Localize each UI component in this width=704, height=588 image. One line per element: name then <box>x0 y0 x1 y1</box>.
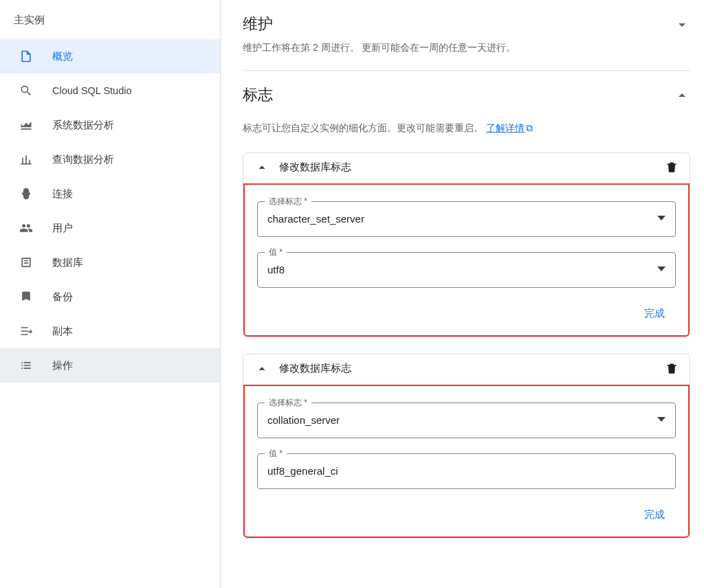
replica-icon <box>19 324 33 338</box>
dropdown-icon <box>657 267 666 273</box>
done-button[interactable]: 完成 <box>639 303 670 324</box>
flag-card-actions: 完成 <box>243 297 690 337</box>
sidebar-item-label: 操作 <box>52 359 73 372</box>
field-label: 选择标志 * <box>265 196 311 207</box>
flag-card-body: 选择标志 *collation_server值 *utf8_general_ci <box>243 383 690 499</box>
sidebar-item-label: 系统数据分析 <box>52 119 114 132</box>
external-link-icon: ⧉ <box>526 122 533 133</box>
value-field[interactable]: 值 *utf8 <box>257 252 676 288</box>
backup-icon <box>19 290 33 304</box>
field-label: 值 * <box>265 247 287 258</box>
chevron-down-icon[interactable] <box>674 16 690 33</box>
field-value: utf8 <box>267 264 657 275</box>
database-icon <box>19 256 33 269</box>
sidebar-item-9[interactable]: 操作 <box>0 348 220 383</box>
maintenance-section: 维护 维护工作将在第 2 周进行。 更新可能会在一周的任意一天进行。 <box>243 0 690 71</box>
sidebar-item-label: Cloud SQL Studio <box>52 85 132 96</box>
field-value: collation_server <box>267 414 657 426</box>
sidebar-item-label: 用户 <box>52 222 73 235</box>
learn-more-link[interactable]: 了解详情 <box>486 122 525 133</box>
flag-card-1: 修改数据库标志选择标志 *collation_server值 *utf8_gen… <box>243 354 690 539</box>
done-button[interactable]: 完成 <box>639 504 670 525</box>
sidebar-item-label: 连接 <box>52 188 73 201</box>
sidebar-item-label: 概览 <box>52 50 73 63</box>
sidebar-item-2[interactable]: 系统数据分析 <box>0 108 220 142</box>
search-icon <box>19 84 33 98</box>
flags-title: 标志 <box>243 84 273 105</box>
file-icon <box>19 49 33 63</box>
list-icon <box>19 359 33 372</box>
value-field[interactable]: 值 *utf8_general_ci <box>257 453 676 489</box>
sidebar-item-5[interactable]: 用户 <box>0 211 220 245</box>
flag-card-head: 修改数据库标志 <box>243 354 690 383</box>
sidebar-item-3[interactable]: 查询数据分析 <box>0 142 220 177</box>
sidebar-item-8[interactable]: 副本 <box>0 314 220 348</box>
trash-icon[interactable] <box>665 362 679 376</box>
sidebar-item-6[interactable]: 数据库 <box>0 245 220 280</box>
field-label: 选择标志 * <box>265 397 311 409</box>
sidebar-item-1[interactable]: Cloud SQL Studio <box>0 74 220 108</box>
flag-card-body: 选择标志 *character_set_server值 *utf8 <box>243 182 690 297</box>
trash-icon[interactable] <box>665 161 679 174</box>
chevron-up-icon[interactable] <box>254 361 270 376</box>
sidebar-item-label: 副本 <box>52 325 73 338</box>
flag-card-title: 修改数据库标志 <box>279 362 655 375</box>
flag-card-head: 修改数据库标志 <box>243 153 690 182</box>
dropdown-icon <box>657 216 666 223</box>
sidebar-item-label: 备份 <box>52 291 73 304</box>
maintenance-title: 维护 <box>243 14 516 34</box>
sidebar-nav: 概览Cloud SQL Studio系统数据分析查询数据分析连接用户数据库备份副… <box>0 39 220 588</box>
select-flag-field[interactable]: 选择标志 *character_set_server <box>257 201 676 237</box>
flags-section: 标志 标志可让您自定义实例的细化方面。更改可能需要重启。 了解详情⧉ 修改数据库… <box>243 71 690 553</box>
sidebar: 主实例 概览Cloud SQL Studio系统数据分析查询数据分析连接用户数据… <box>0 0 221 588</box>
flag-card-title: 修改数据库标志 <box>279 161 655 174</box>
field-label: 值 * <box>265 448 287 460</box>
sidebar-item-0[interactable]: 概览 <box>0 39 220 74</box>
chart-area-icon <box>19 118 33 132</box>
chart-bar-icon <box>19 152 33 166</box>
flag-card-0: 修改数据库标志选择标志 *character_set_server值 *utf8… <box>243 152 690 337</box>
maintenance-desc: 维护工作将在第 2 周进行。 更新可能会在一周的任意一天进行。 <box>243 40 516 55</box>
flags-desc: 标志可让您自定义实例的细化方面。更改可能需要重启。 了解详情⧉ <box>243 120 690 135</box>
dropdown-icon <box>657 417 666 424</box>
main-content: 维护 维护工作将在第 2 周进行。 更新可能会在一周的任意一天进行。 标志 标志… <box>221 0 704 588</box>
select-flag-field[interactable]: 选择标志 *collation_server <box>257 403 676 438</box>
users-icon <box>19 221 33 235</box>
chevron-up-icon[interactable] <box>674 87 690 104</box>
sidebar-item-7[interactable]: 备份 <box>0 280 220 314</box>
connect-icon <box>19 187 33 201</box>
sidebar-item-label: 查询数据分析 <box>52 153 114 166</box>
sidebar-item-label: 数据库 <box>52 256 83 269</box>
flag-card-actions: 完成 <box>243 499 690 538</box>
sidebar-item-4[interactable]: 连接 <box>0 177 220 211</box>
sidebar-heading: 主实例 <box>0 4 220 39</box>
chevron-up-icon[interactable] <box>254 160 270 175</box>
field-value: utf8_general_ci <box>267 465 666 477</box>
field-value: character_set_server <box>267 213 657 225</box>
